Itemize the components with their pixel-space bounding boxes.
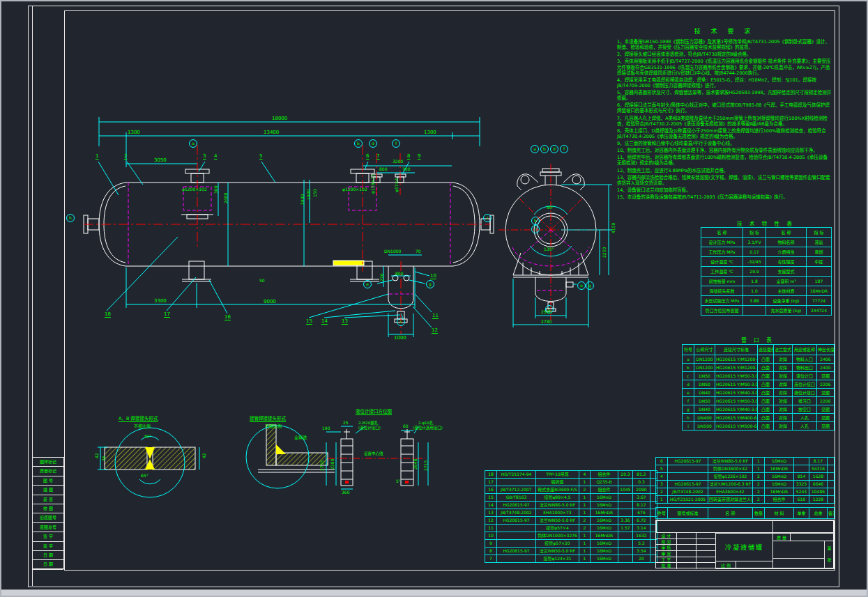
table-cell: 16MnD (591, 525, 618, 532)
table-row: 1HG/T21521-2005回转盖带颈对焊法兰人孔/A2组合件6101228 (656, 496, 835, 504)
table-cell: 件号 (656, 508, 668, 519)
tech-spec-title: 技 术 特 性 表 (701, 219, 831, 227)
part-number: 10 (430, 274, 436, 279)
table-cell: -32/45 (743, 257, 766, 267)
table-row: 9接管φ57×20116MnD5.2 (485, 540, 657, 548)
sign-cell (677, 533, 696, 538)
table-cell: 1 (753, 458, 765, 465)
part-number: 9 (418, 154, 420, 159)
part-number: 7 (376, 154, 379, 159)
sign-cell (677, 551, 696, 557)
table-cell: 187 (807, 277, 832, 286)
table-cell (828, 488, 835, 496)
table-row: 4接管φ1226×102216MnD8141628 (656, 473, 835, 481)
tech-req-list: 1、本设备按GB150-1998《钢制压力容器》及其第1号修改单和JB/T473… (617, 39, 832, 201)
table-row: 18HG/T21574-94TPP-10吊耳4组合件20.381.2 (485, 471, 657, 479)
dimension-label: 800 (395, 272, 403, 276)
table-cell: 凸面 (758, 389, 774, 397)
table-cell: 液位计接口 (793, 380, 817, 389)
req-item: 6、焊接接口法兰面与封头/筒体中心找正对中，坡口形式按GB/T985-88《气焊… (617, 102, 832, 114)
table-cell: 水压试验压力 MPa (701, 296, 743, 306)
table-cell: 支座型式 (766, 267, 807, 277)
table-cell: HG20615 Y/M50-3.0RF (715, 380, 758, 389)
table-row: 5筒体DN3600×42116MnDR54316 (656, 465, 835, 473)
table-cell: 7 (485, 555, 497, 563)
table-cell: 物料出口 (793, 364, 817, 372)
title-block: 设 计 校 对 审 核 审 定 工 艺 批 准 冷凝液储罐 比 例 质 量 第 … (655, 520, 834, 568)
dimension-label: 2400 (224, 193, 228, 203)
dimension-label: 36 (102, 456, 106, 461)
table-cell: 凸面 (758, 414, 774, 422)
table-cell: DN50 (694, 380, 715, 389)
dimension-label: 2-φ18孔 (418, 421, 434, 426)
table-cell: 16MnD (591, 517, 618, 525)
dimension-label: 2780 (541, 320, 551, 324)
part-number: 液位计接口方位图 (356, 410, 392, 414)
front-view[interactable]: 18000130013400130030503200800700φ1200×10… (66, 104, 495, 348)
sign-cell (677, 557, 696, 563)
dimension-label: 不按比例 (265, 424, 282, 428)
table-row: 设计温度 ℃-32/45毒性程度中度 (701, 257, 832, 267)
table-cell: 3.36 (618, 517, 633, 525)
table-cell: 2 (579, 486, 591, 494)
table-cell: 2406 (817, 355, 835, 364)
dimension-label: 3200 (393, 160, 403, 164)
table-cell (497, 532, 536, 540)
table-cell: 3.1/FV (743, 238, 766, 247)
table-cell (618, 494, 633, 502)
req-item: 5、容器内表面形状及尺寸、焊缝错边量等，技术要求按HG20583-1998。凡图… (617, 90, 832, 101)
detail-views[interactable]: A、B 焊接接头形式不按比例75°65°423642接管焊接接头形式不按比例全焊… (91, 404, 481, 509)
table-cell: 2 (579, 517, 591, 525)
signature-grid: 设 计 校 对 审 核 审 定 工 艺 批 准 (656, 533, 716, 569)
table-cell: 对焊 (774, 364, 793, 372)
table-cell (668, 473, 708, 481)
table-cell (497, 479, 536, 486)
table-row: 14HG20615-97法兰WN80-5.0 RF116MnD8.17 (485, 502, 657, 509)
table-cell: 连接尺寸标准 (715, 345, 758, 355)
table-cell: 指 标 (743, 228, 766, 238)
table-cell: 见图 (817, 422, 835, 431)
part-number: 接管焊接接头形式 (250, 417, 286, 421)
table-cell (828, 473, 835, 481)
balloon-label: b (354, 139, 363, 148)
end-view-centerlines (498, 164, 610, 320)
table-cell: 3.54 (633, 548, 650, 555)
dimension-label: φ57×4 (395, 178, 399, 192)
table-cell: 0.17 (743, 247, 766, 257)
taskbar[interactable] (0, 589, 868, 597)
dimension-label: (液位计接口) (358, 426, 381, 431)
bom-header-row: 件号图号或标准名 称数量材 料单重总重备注 (655, 507, 835, 519)
table-cell: 接管φ57×4 (536, 525, 579, 532)
table-cell: 伸出长度 (817, 345, 835, 355)
dimension-label: 42 (95, 453, 99, 458)
table-row: 12HG20615-97法兰WN50-5.0 RF216MnD3.366.72 (485, 517, 657, 525)
dimension-label: φ1200×102 (342, 187, 367, 192)
dimension-label: 150 (313, 189, 317, 197)
table-cell: 见图 (817, 372, 835, 380)
table-row: 符号公称尺寸连接尺寸标准连接面形式法兰型式用途或名称伸出长度 (683, 345, 835, 355)
table-cell: 数量 (753, 508, 765, 519)
dimension-label: 2648 (413, 459, 418, 470)
table-cell: 凸面 (758, 380, 774, 389)
dimension-label: φ1200×102 (182, 187, 207, 192)
dimension-label: 2400 (300, 194, 305, 205)
table-row: 13JB/T4748-2002EHA1000×73116MnDR676 (485, 509, 657, 517)
date-cell (696, 539, 716, 545)
table-cell: 8.17 (633, 502, 650, 509)
part-number: 1 (96, 154, 98, 159)
table-cell: 法兰WN80-5.0 RF (536, 502, 579, 509)
table-cell: HG/T21521-2005 (668, 496, 708, 504)
drawing-title: 冷凝液储罐 (715, 533, 773, 561)
table-cell: JB/T4748-2002 (497, 509, 536, 517)
table-cell (497, 525, 536, 532)
balloon-label: h (531, 217, 540, 225)
req-item: 7、凡容器人孔上焊缝、A类和B类焊缝及直径大于250mm接管上所有对接焊缝均进行… (617, 116, 832, 127)
table-cell: 见图 (817, 405, 835, 414)
date-cell (696, 533, 716, 538)
end-view[interactable]: abdfhiegc90°135°2500278041502250 (481, 136, 627, 345)
table-cell: 1632 (633, 532, 650, 540)
table-cell: 毒性程度 (766, 257, 807, 267)
table-cell: 放空口 (793, 405, 817, 414)
table-cell: 鞍式支座BⅠ3600-F/S (536, 486, 579, 494)
nozzle-table-title: 管 口 表 (682, 336, 834, 343)
